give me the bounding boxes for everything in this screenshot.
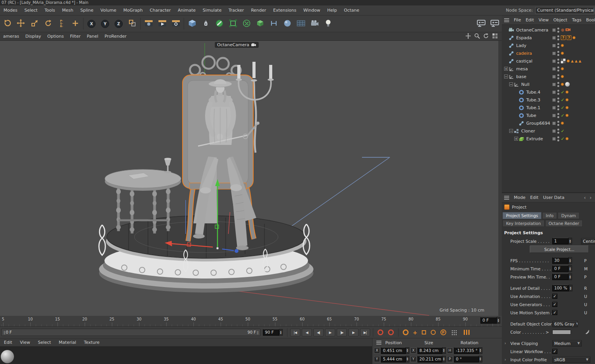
material-menu-material[interactable]: Material (55, 338, 80, 347)
visibility-dots[interactable] (557, 74, 559, 79)
end-frame-spin-stepper[interactable]: ▲▼ (279, 329, 283, 336)
enabled-check-icon[interactable]: ✓ (561, 98, 564, 103)
object-row-cloner[interactable]: −Cloner✓ (502, 127, 595, 135)
layer-color-box[interactable] (552, 52, 556, 55)
menu-spline[interactable]: Spline (77, 5, 97, 15)
layer-color-box[interactable] (552, 83, 556, 86)
preview-min-time-field[interactable]: 0 F▲▼ (552, 273, 572, 280)
move-tool[interactable] (14, 17, 28, 31)
play-button[interactable]: ▶ (325, 329, 335, 336)
octane-object-button[interactable] (212, 17, 226, 31)
menu-animate[interactable]: Animate (174, 5, 199, 15)
layer-color-box[interactable] (552, 106, 556, 110)
menu-modes[interactable]: Modes (0, 5, 21, 15)
rotation-h-field-stepper[interactable]: ▲▼ (479, 347, 482, 354)
timeline-ruler[interactable]: 51015202530354045505560657075808590 0 F▲… (0, 316, 502, 327)
position-y-field[interactable]: 5.444 cm▲▼ (381, 356, 409, 362)
keyframe-rotation-toggle[interactable] (431, 330, 436, 335)
motion-camera-button[interactable] (308, 17, 321, 31)
object-row-cadeira[interactable]: cadeira (502, 49, 595, 57)
keyframe-position-toggle[interactable]: + (413, 329, 418, 336)
node-space-selector[interactable]: Node Space: Current (Standard/Physical) (506, 7, 595, 14)
am-menu-mode[interactable]: Mode (511, 193, 528, 202)
am-menu-user-data[interactable]: User Data (541, 193, 567, 202)
menu-mesh[interactable]: Mesh (59, 5, 77, 15)
axis-z-lock[interactable]: Z (112, 17, 125, 31)
viewport-menu-options[interactable]: Options (44, 32, 67, 40)
material-tag-icon[interactable] (561, 67, 564, 70)
goto-end-button[interactable]: ▶| (360, 329, 370, 336)
material-preview-sphere[interactable] (1, 350, 14, 363)
primitive-cube-button[interactable] (185, 17, 199, 31)
next-frame-button[interactable]: |▶ (337, 329, 347, 336)
material-list[interactable] (0, 347, 372, 364)
object-row-group6694[interactable]: Group6694 (502, 119, 595, 127)
layer-color-box[interactable] (552, 59, 556, 63)
visibility-dots[interactable] (557, 66, 559, 71)
array-button[interactable] (294, 17, 308, 31)
position-x-field[interactable]: 0.451 cm▲▼ (381, 347, 409, 354)
rotate-view-icon[interactable] (483, 33, 489, 40)
visibility-dots[interactable] (557, 113, 559, 118)
coordinates-menu-icon[interactable] (376, 342, 381, 343)
visibility-dots[interactable] (557, 51, 559, 56)
size-x-field-stepper[interactable]: ▲▼ (442, 347, 446, 354)
rotation-p-field-stepper[interactable]: ▲▼ (479, 356, 482, 362)
view-clipping-dropdown[interactable]: Medium▼ (552, 340, 582, 347)
visibility-dots[interactable] (557, 43, 559, 48)
deformer-button[interactable] (280, 17, 294, 31)
menu-window[interactable]: Window (300, 5, 324, 15)
layer-color-box[interactable] (552, 28, 556, 32)
linear-workflow-checkbox[interactable]: ✓ (552, 349, 557, 354)
goto-start-button[interactable]: |◀ (290, 329, 300, 336)
visibility-dots[interactable] (557, 121, 559, 126)
menu-select[interactable]: Select (21, 5, 41, 15)
pan-view-icon[interactable] (465, 33, 471, 40)
menu-simulate[interactable]: Simulate (199, 5, 225, 15)
render-settings-button[interactable] (169, 17, 183, 31)
tree-expander[interactable]: − (509, 129, 513, 133)
visibility-dots[interactable] (557, 129, 559, 134)
object-row-extrude[interactable]: +Extrude✓ (502, 135, 595, 143)
viewport-menu-prorender[interactable]: ProRender (101, 32, 130, 40)
layer-color-box[interactable] (552, 44, 556, 47)
material-tag-icon[interactable] (567, 59, 570, 63)
use-animation-checkbox[interactable]: ✓ (552, 294, 557, 299)
default-object-color-dropdown[interactable]: 60% Gray▼ (552, 321, 578, 327)
axis-x-lock[interactable]: X (85, 17, 98, 31)
camera-tag-icon[interactable] (565, 28, 571, 33)
end-frame-spin[interactable]: 90 F▲▼ (263, 329, 283, 336)
node-space-dropdown[interactable]: Current (Standard/Physical) (535, 7, 594, 14)
object-row-mesa[interactable]: +mesa (502, 65, 595, 73)
viewport-canvas[interactable] (0, 41, 498, 316)
project-scale-field[interactable]: 1▲▼ (552, 238, 572, 244)
enabled-check-icon[interactable]: ✓ (561, 90, 564, 95)
menu-mograph[interactable]: MoGraph (120, 5, 146, 15)
object-manager-menu-icon[interactable] (504, 20, 509, 21)
history-arrows[interactable]: ‹ › (584, 195, 595, 200)
disclosure-icon[interactable]: › (505, 357, 506, 362)
fps-field[interactable]: 30▲▼ (552, 257, 572, 264)
spline-pen-button[interactable] (199, 17, 212, 31)
octane-volume-button[interactable] (253, 17, 267, 31)
warning-tag-icon[interactable]: ▲ (571, 59, 574, 63)
tab-project-settings[interactable]: Project Settings (503, 212, 541, 219)
missing-texture-tag-icon[interactable]: ? (567, 35, 571, 40)
om-menu-book[interactable]: Book (584, 16, 595, 24)
minimum-time-field[interactable]: 0 F▲▼ (552, 265, 572, 272)
layer-color-box[interactable] (552, 114, 556, 117)
octane-scatter-button[interactable] (240, 17, 253, 31)
target-tag-icon[interactable]: ⊕ (561, 28, 564, 33)
enabled-check-icon[interactable]: ✓ (561, 113, 564, 118)
object-row-espada[interactable]: Espada?? (502, 34, 595, 42)
tree-expander[interactable]: + (514, 137, 518, 141)
tree-expander[interactable]: − (509, 82, 513, 86)
missing-texture-tag-icon[interactable]: ? (561, 35, 565, 40)
disclosure-icon[interactable]: › (505, 341, 506, 345)
project-scale-unit-dropdown[interactable]: Centim (581, 238, 595, 244)
keyframe-scale-toggle[interactable] (422, 330, 426, 334)
material-tag-icon[interactable] (561, 122, 564, 125)
autokey-button[interactable] (403, 329, 409, 335)
object-row-tube-4[interactable]: Tube.4✓ (502, 88, 595, 96)
enabled-check-icon[interactable]: ✓ (561, 136, 564, 141)
